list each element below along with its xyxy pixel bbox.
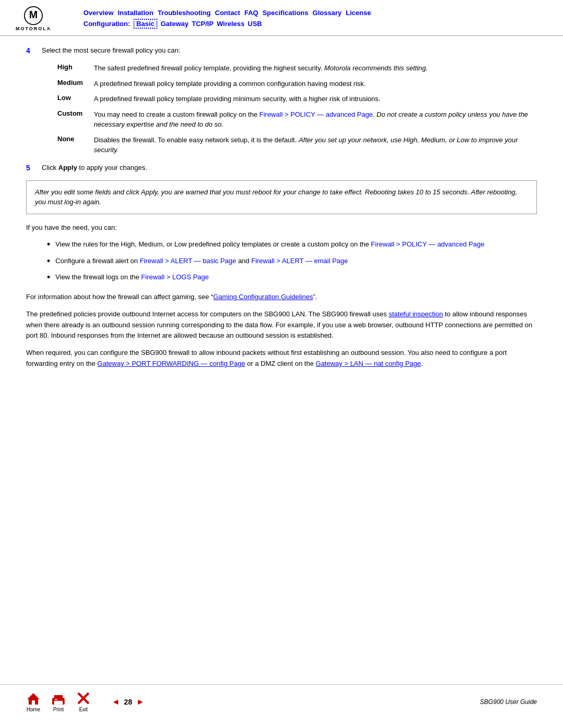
- nav-usb[interactable]: USB: [248, 20, 262, 28]
- svg-rect-4: [54, 695, 63, 699]
- definitions-list: High The safest predefined firewall poli…: [57, 63, 537, 155]
- guide-text: SBG900 User Guide: [480, 698, 537, 706]
- nav-contact[interactable]: Contact: [215, 9, 240, 17]
- def-low: Low A predefined firewall policy templat…: [57, 94, 537, 104]
- link-firewall-policy-advanced-2[interactable]: Firewall > POLICY — advanced Page: [371, 240, 485, 248]
- bullet-text-2: Configure a firewall alert on Firewall >…: [55, 256, 348, 266]
- def-term-custom: Custom: [57, 109, 94, 117]
- nav-license[interactable]: License: [346, 9, 371, 17]
- motorola-m-icon: M: [24, 6, 43, 25]
- header: M MOTOROLA Overview Installation Trouble…: [0, 0, 563, 36]
- nav-bottom: Configuration: Basic Gateway TCP/IP Wire…: [83, 19, 547, 29]
- def-desc-high: The safest predefined firewall policy te…: [94, 63, 428, 73]
- bullet-item-1: • View the rules for the High, Medium, o…: [47, 239, 537, 251]
- link-firewall-logs[interactable]: Firewall > LOGS Page: [141, 273, 209, 281]
- nav-tcpip[interactable]: TCP/IP: [192, 20, 214, 28]
- bullet-list: • View the rules for the High, Medium, o…: [47, 239, 537, 283]
- step-4-number: 4: [26, 46, 42, 55]
- def-term-medium: Medium: [57, 79, 94, 87]
- step-5-number: 5: [26, 164, 42, 172]
- def-none: None Disables the firewall. To enable ea…: [57, 135, 537, 155]
- config-label: Configuration:: [83, 20, 130, 28]
- bullet-text-1: View the rules for the High, Medium, or …: [55, 239, 484, 250]
- def-desc-low: A predefined firewall policy template pr…: [94, 94, 381, 104]
- step-5: 5 Click Apply to apply your changes.: [26, 164, 537, 172]
- def-term-low: Low: [57, 94, 94, 102]
- bullet-dot-1: •: [47, 239, 50, 251]
- exit-label: Exit: [79, 707, 88, 712]
- stateful-para: The predefined policies provide outbound…: [26, 309, 537, 341]
- if-you-have-text: If you have the need, you can:: [26, 223, 537, 233]
- def-term-high: High: [57, 63, 94, 71]
- page-number: 28: [124, 698, 132, 706]
- def-medium: Medium A predefined firewall policy temp…: [57, 79, 537, 89]
- home-icon: [26, 691, 41, 706]
- print-button[interactable]: Print: [51, 694, 66, 712]
- svg-rect-6: [55, 699, 57, 700]
- link-gaming-config[interactable]: Gaming Configuration Guidelines: [213, 293, 313, 301]
- exit-button[interactable]: Exit: [76, 691, 91, 712]
- def-desc-custom: You may need to create a custom firewall…: [94, 109, 537, 130]
- nav-troubleshooting[interactable]: Troubleshooting: [157, 9, 211, 17]
- home-button[interactable]: Home: [26, 691, 41, 712]
- gaming-para: For information about how the firewall c…: [26, 292, 537, 303]
- motorola-wordmark: MOTOROLA: [16, 26, 51, 31]
- notice-text: After you edit some fields and click App…: [35, 188, 517, 206]
- print-label: Print: [53, 707, 64, 712]
- bullet-dot-3: •: [47, 272, 50, 283]
- link-firewall-alert-basic[interactable]: Firewall > ALERT — basic Page: [140, 257, 236, 265]
- bullet-item-3: • View the firewall logs on the Firewall…: [47, 272, 537, 283]
- motorola-logo: M MOTOROLA: [16, 6, 51, 31]
- def-custom: Custom You may need to create a custom f…: [57, 109, 537, 130]
- bullet-item-2: • Configure a firewall alert on Firewall…: [47, 256, 537, 267]
- footer-icons: Home Print Exit: [26, 691, 91, 712]
- link-stateful-inspection[interactable]: stateful inspection: [389, 310, 443, 318]
- nav-gateway[interactable]: Gateway: [161, 20, 188, 28]
- def-high: High The safest predefined firewall poli…: [57, 63, 537, 73]
- link-gateway-port-forwarding[interactable]: Gateway > PORT FORWARDING — config Page: [97, 360, 246, 367]
- step-5-text: Click Apply to apply your changes.: [42, 164, 147, 171]
- next-page-button[interactable]: ►: [136, 697, 144, 707]
- nav-installation[interactable]: Installation: [118, 9, 154, 17]
- svg-marker-2: [27, 693, 40, 705]
- print-icon: [51, 694, 66, 706]
- home-label: Home: [27, 707, 41, 712]
- port-forwarding-para: When required, you can configure the SBG…: [26, 348, 537, 369]
- apply-bold: Apply: [58, 164, 77, 171]
- def-desc-medium: A predefined firewall policy template pr…: [94, 79, 366, 89]
- def-desc-none: Disables the firewall. To enable easy ne…: [94, 135, 537, 155]
- nav-wireless[interactable]: Wireless: [217, 20, 244, 28]
- main-content: 4 Select the most secure firewall policy…: [0, 36, 563, 386]
- bullet-dot-2: •: [47, 256, 50, 267]
- step-4-text: Select the most secure firewall policy y…: [42, 46, 180, 54]
- nav-overview[interactable]: Overview: [83, 9, 114, 17]
- link-gateway-lan-nat[interactable]: Gateway > LAN — nat config Page: [316, 360, 421, 367]
- notice-box: After you edit some fields and click App…: [26, 180, 537, 214]
- logo-area: M MOTOROLA: [16, 6, 73, 31]
- link-firewall-policy-advanced[interactable]: Firewall > POLICY — advanced Page: [259, 110, 373, 118]
- nav-basic-active[interactable]: Basic: [133, 19, 158, 29]
- nav-faq[interactable]: FAQ: [244, 9, 259, 17]
- svg-rect-5: [54, 701, 63, 705]
- footer: Home Print Exit ◄ 28 ► SBG900 User Guide: [0, 684, 563, 712]
- footer-guide: SBG900 User Guide: [480, 698, 537, 706]
- footer-nav: ◄ 28 ►: [112, 697, 144, 707]
- link-firewall-alert-email[interactable]: Firewall > ALERT — email Page: [251, 257, 348, 265]
- nav-top: Overview Installation Troubleshooting Co…: [83, 9, 547, 17]
- step-4: 4 Select the most secure firewall policy…: [26, 46, 537, 55]
- svg-text:M: M: [29, 9, 38, 20]
- prev-page-button[interactable]: ◄: [112, 697, 120, 707]
- exit-icon: [76, 691, 91, 706]
- nav-glossary[interactable]: Glossary: [313, 9, 342, 17]
- navigation-area: Overview Installation Troubleshooting Co…: [83, 9, 547, 29]
- bullet-text-3: View the firewall logs on the Firewall >…: [55, 272, 209, 282]
- nav-specifications[interactable]: Specifications: [262, 9, 308, 17]
- def-term-none: None: [57, 135, 94, 143]
